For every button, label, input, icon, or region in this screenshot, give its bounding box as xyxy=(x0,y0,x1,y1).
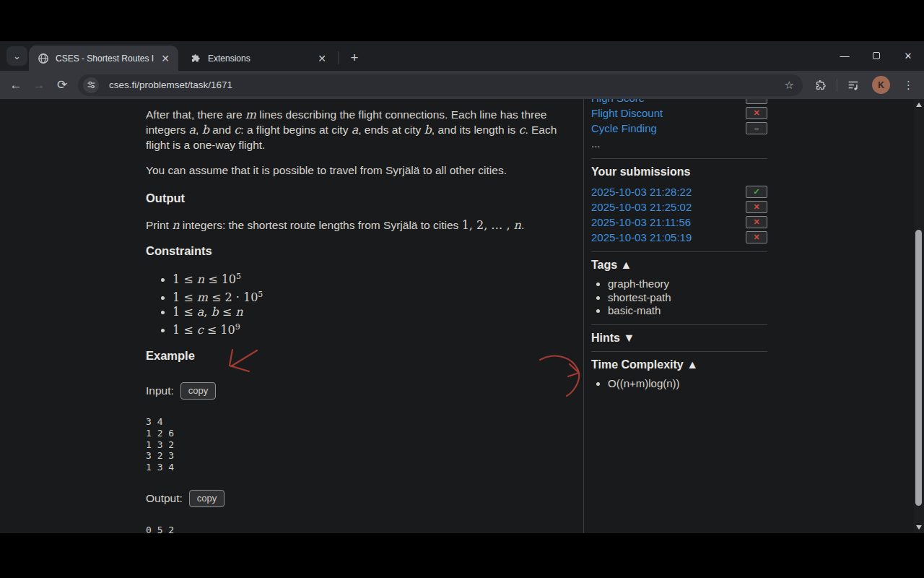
task-link[interactable]: Cycle Finding xyxy=(591,122,657,134)
page-content: After that, there are m lines describing… xyxy=(0,99,914,533)
cses-task-page: After that, there are m lines describing… xyxy=(146,99,768,533)
constraint-item: 1 ≤ a, b ≤ n xyxy=(173,305,573,320)
media-controls-icon[interactable] xyxy=(847,79,860,92)
globe-icon xyxy=(38,53,49,64)
address-bar[interactable]: cses.fi/problemset/task/1671 ☆ xyxy=(78,74,803,96)
list-item: shortest-path xyxy=(608,291,767,305)
submission-link[interactable]: 2025-10-03 21:11:56 xyxy=(591,216,691,228)
task-link[interactable]: High Score xyxy=(591,99,645,104)
tab-divider xyxy=(338,51,339,64)
browser-menu-icon[interactable]: ⋮ xyxy=(903,79,914,92)
example-heading: Example xyxy=(146,349,573,363)
constraint-item: 1 ≤ m ≤ 2 · 105 xyxy=(173,288,573,306)
submission-link[interactable]: 2025-10-03 21:05:19 xyxy=(591,231,692,243)
task-sidebar: High Score Flight Discount ✕ Cycle Findi… xyxy=(584,99,767,533)
tab-strip: ⌄ CSES - Shortest Routes I ✕ Extensions … xyxy=(0,41,924,71)
bookmark-star-icon[interactable]: ☆ xyxy=(785,79,794,92)
toolbar-right: K ⋮ xyxy=(808,76,921,94)
status-badge: – xyxy=(746,122,767,134)
bottom-letterbox xyxy=(0,533,924,578)
hints-heading[interactable]: Hints ▼ xyxy=(591,332,767,345)
constraints-list: 1 ≤ n ≤ 105 1 ≤ m ≤ 2 · 105 1 ≤ a, b ≤ n… xyxy=(146,269,573,337)
new-tab-button[interactable]: + xyxy=(344,48,365,68)
time-complexity-list: O((n+m)log(n)) xyxy=(591,377,767,391)
submission-list: 2025-10-03 21:28:22 ✓ 2025-10-03 21:25:0… xyxy=(591,184,767,245)
output-label: Output: xyxy=(146,492,183,505)
status-badge xyxy=(746,99,767,104)
status-badge: ✕ xyxy=(746,201,767,213)
tab-search-button[interactable]: ⌄ xyxy=(6,46,27,66)
sidebar-divider xyxy=(591,324,767,325)
submissions-heading: Your submissions xyxy=(591,165,767,178)
status-badge: ✓ xyxy=(746,186,767,198)
constraint-item: 1 ≤ c ≤ 109 xyxy=(173,320,573,338)
window-close-button[interactable]: ✕ xyxy=(892,51,924,61)
copy-input-button[interactable]: copy xyxy=(180,382,216,400)
browser-window: ⌄ CSES - Shortest Routes I ✕ Extensions … xyxy=(0,41,924,533)
submission-row: 2025-10-03 21:25:02 ✕ xyxy=(591,199,767,215)
top-letterbox xyxy=(0,0,924,41)
constraints-heading: Constraints xyxy=(146,244,573,258)
tune-icon xyxy=(87,80,96,90)
extensions-puzzle-icon[interactable] xyxy=(815,79,827,91)
task-list-row: Cycle Finding – xyxy=(591,121,767,136)
task-list: High Score Flight Discount ✕ Cycle Findi… xyxy=(591,99,767,136)
status-badge: ✕ xyxy=(746,107,767,119)
submission-row: 2025-10-03 21:11:56 ✕ xyxy=(591,215,767,230)
scrollbar-thumb[interactable] xyxy=(915,230,922,506)
submission-link[interactable]: 2025-10-03 21:28:22 xyxy=(591,186,692,198)
task-paragraph: Print n integers: the shortest route len… xyxy=(146,217,573,233)
tab-cses[interactable]: CSES - Shortest Routes I ✕ xyxy=(29,46,178,71)
back-button[interactable]: ← xyxy=(4,78,27,92)
submission-link[interactable]: 2025-10-03 21:25:02 xyxy=(591,201,692,213)
tag-list: graph-theory shortest-path basic-math xyxy=(591,277,767,318)
tab-title: CSES - Shortest Routes I xyxy=(56,53,157,64)
input-label: Input: xyxy=(146,384,174,397)
task-description: After that, there are m lines describing… xyxy=(146,99,584,533)
scroll-down-arrow[interactable] xyxy=(916,525,922,530)
time-complexity-heading[interactable]: Time Complexity ▲ xyxy=(591,358,767,371)
chevron-down-icon: ⌄ xyxy=(13,51,21,61)
sidebar-divider xyxy=(591,251,767,252)
minimize-button[interactable]: — xyxy=(829,51,860,61)
restore-button[interactable] xyxy=(860,51,892,61)
sidebar-divider xyxy=(591,158,767,159)
constraint-item: 1 ≤ n ≤ 105 xyxy=(173,269,573,288)
example-input-data: 3 4 1 2 6 1 3 2 3 2 3 1 3 4 xyxy=(146,416,573,473)
tab-close-icon[interactable]: ✕ xyxy=(161,53,170,64)
submission-row: 2025-10-03 21:28:22 ✓ xyxy=(591,184,767,199)
output-heading: Output xyxy=(146,191,573,205)
list-item: O((n+m)log(n)) xyxy=(608,377,767,391)
tab-extensions[interactable]: Extensions ✕ xyxy=(182,46,335,71)
tags-heading[interactable]: Tags ▲ xyxy=(591,259,767,272)
tab-title: Extensions xyxy=(208,53,313,64)
window-controls: — ✕ xyxy=(829,41,924,71)
forward-button[interactable]: → xyxy=(27,78,51,92)
task-list-row: High Score xyxy=(591,99,767,105)
submission-row: 2025-10-03 21:05:19 ✕ xyxy=(591,230,767,245)
status-badge: ✕ xyxy=(746,231,767,243)
task-list-row: Flight Discount ✕ xyxy=(591,105,767,121)
toolbar-separator xyxy=(837,79,837,92)
copy-output-button[interactable]: copy xyxy=(189,490,225,507)
example-input-row: Input: copy xyxy=(146,382,573,400)
reload-button[interactable]: ⟳ xyxy=(51,77,74,92)
puzzle-icon xyxy=(191,53,201,64)
task-link[interactable]: Flight Discount xyxy=(591,107,663,119)
task-paragraph: After that, there are m lines describing… xyxy=(146,107,573,152)
task-list-ellipsis: ... xyxy=(591,137,767,152)
scroll-up-arrow[interactable] xyxy=(916,103,922,107)
list-item: graph-theory xyxy=(608,277,767,291)
example-output-data: 0 5 2 xyxy=(146,525,573,533)
restore-icon xyxy=(873,52,880,59)
profile-avatar[interactable]: K xyxy=(872,76,890,94)
sidebar-divider xyxy=(591,351,767,352)
list-item: basic-math xyxy=(608,304,767,318)
task-paragraph: You can assume that it is possible to tr… xyxy=(146,163,573,178)
site-info-button[interactable] xyxy=(83,77,99,93)
browser-toolbar: ← → ⟳ cses.fi/problemset/task/1671 ☆ xyxy=(0,71,924,99)
example-output-row: Output: copy xyxy=(146,490,573,507)
status-badge: ✕ xyxy=(746,216,767,228)
scrollbar[interactable] xyxy=(914,99,924,533)
tab-close-icon[interactable]: ✕ xyxy=(318,53,326,64)
